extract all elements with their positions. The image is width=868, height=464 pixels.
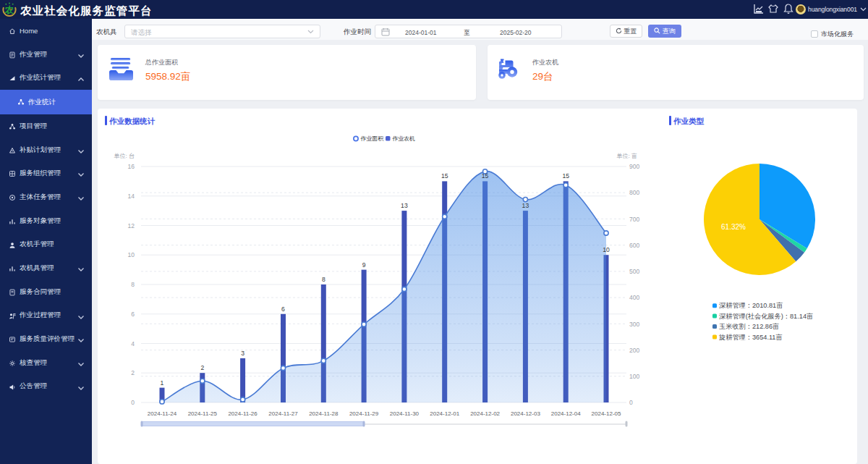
svg-text:2024-11-25: 2024-11-25 [188, 410, 218, 417]
svg-text:3: 3 [241, 350, 244, 357]
svg-text:6: 6 [131, 311, 135, 318]
svg-text:2024-12-01: 2024-12-01 [430, 410, 459, 417]
svg-text:深耕管理(社会化服务)：81.14亩: 深耕管理(社会化服务)：81.14亩 [719, 313, 813, 320]
svg-text:8: 8 [131, 281, 135, 288]
svg-text:1: 1 [161, 379, 164, 387]
svg-text:4: 4 [131, 340, 135, 347]
svg-text:100: 100 [629, 373, 639, 380]
svg-text:2024-11-24: 2024-11-24 [148, 410, 177, 417]
svg-text:15: 15 [562, 172, 569, 180]
svg-text:900: 900 [629, 163, 639, 170]
svg-text:2024-11-26: 2024-11-26 [228, 410, 258, 417]
svg-text:2024-11-27: 2024-11-27 [268, 410, 298, 417]
svg-text:农: 农 [4, 5, 14, 15]
svg-text:16: 16 [128, 163, 135, 170]
svg-text:500: 500 [629, 268, 639, 275]
svg-text:10: 10 [128, 251, 135, 258]
svg-text:深耕管理：2010.81亩: 深耕管理：2010.81亩 [719, 302, 783, 309]
svg-text:61.32%: 61.32% [721, 223, 746, 231]
svg-text:2024-12-05: 2024-12-05 [592, 410, 621, 417]
svg-text:2024-11-30: 2024-11-30 [390, 410, 420, 417]
svg-text:9: 9 [362, 261, 366, 269]
svg-text:2024-12-03: 2024-12-03 [511, 410, 540, 417]
svg-text:8: 8 [322, 276, 326, 283]
svg-text:13: 13 [401, 202, 408, 209]
svg-text:14: 14 [128, 193, 135, 200]
svg-text:400: 400 [629, 294, 639, 301]
svg-text:600: 600 [629, 242, 639, 249]
svg-text:2024-11-28: 2024-11-28 [309, 410, 339, 417]
svg-text:12: 12 [128, 222, 135, 229]
svg-text:旋耕管理：3654.11亩: 旋耕管理：3654.11亩 [719, 334, 783, 341]
svg-text:15: 15 [482, 172, 489, 180]
svg-text:作业面积: 作业面积 [360, 135, 384, 142]
svg-text:0: 0 [131, 399, 135, 406]
svg-text:单位: 亩: 单位: 亩 [617, 153, 637, 159]
svg-text:200: 200 [629, 347, 639, 354]
svg-text:2024-12-02: 2024-12-02 [470, 410, 500, 417]
svg-text:13: 13 [522, 202, 529, 209]
svg-text:玉米收割：212.86亩: 玉米收割：212.86亩 [719, 323, 779, 330]
svg-text:2024-12-04: 2024-12-04 [551, 410, 581, 417]
svg-text:2: 2 [131, 369, 135, 376]
svg-text:2: 2 [200, 364, 204, 371]
svg-text:15: 15 [441, 172, 448, 180]
svg-text:10: 10 [603, 246, 610, 253]
svg-text:单位: 台: 单位: 台 [114, 153, 135, 159]
svg-text:300: 300 [629, 321, 639, 328]
svg-text:700: 700 [629, 216, 639, 223]
svg-text:800: 800 [629, 189, 639, 196]
svg-text:作业农机: 作业农机 [392, 135, 415, 142]
svg-text:0: 0 [629, 399, 633, 406]
svg-text:2024-11-29: 2024-11-29 [349, 410, 379, 417]
svg-text:6: 6 [281, 305, 285, 313]
